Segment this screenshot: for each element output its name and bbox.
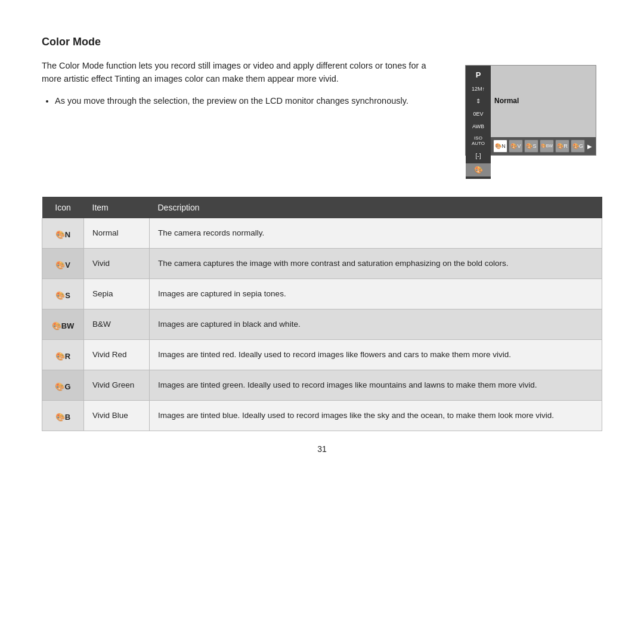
page-number: 31	[42, 444, 602, 454]
cam-mode-p: P	[466, 68, 491, 82]
cell-icon: 🎨BW	[42, 309, 84, 339]
cell-item: Vivid Green	[84, 370, 150, 400]
table-row: 🎨RVivid RedImages are tinted red. Ideall…	[42, 339, 602, 370]
cell-icon: 🎨S	[42, 278, 84, 309]
cam-normal-label: Normal	[491, 95, 596, 106]
cell-item: Vivid	[84, 248, 150, 278]
intro-text: The Color Mode function lets you record …	[42, 59, 441, 179]
table-row: 🎨GVivid GreenImages are tinted green. Id…	[42, 370, 602, 400]
table-row: 🎨BVivid BlueImages are tinted blue. Idea…	[42, 400, 602, 431]
col-header-item: Item	[84, 197, 150, 218]
page-container: Color Mode The Color Mode function lets …	[0, 0, 644, 478]
cam-icon-normal: 🎨N	[493, 140, 507, 153]
cam-bracket: [-]	[466, 150, 491, 162]
table-row: 🎨SSepiaImages are captured in sepia tone…	[42, 278, 602, 309]
cam-color-icons-row: 🎨N 🎨V 🎨S 🎨BW 🎨R 🎨G ▶	[491, 137, 596, 155]
cam-color-mode: 🎨	[466, 163, 491, 177]
cell-item: Normal	[84, 218, 150, 249]
cell-description: Images are tinted blue. Ideally used to …	[150, 400, 602, 431]
cam-icon-bw: 🎨BW	[540, 140, 554, 153]
cell-description: The camera records normally.	[150, 218, 602, 249]
table-row: 🎨BWB&WImages are captured in black and w…	[42, 309, 602, 339]
cell-description: The camera captures the image with more …	[150, 248, 602, 278]
cell-icon: 🎨B	[42, 400, 84, 431]
intro-paragraph-1: The Color Mode function lets you record …	[42, 59, 441, 86]
cell-item: Sepia	[84, 278, 150, 309]
cam-icon-vgreen: 🎨G	[571, 140, 585, 153]
cell-icon: 🎨G	[42, 370, 84, 400]
table-header-row: Icon Item Description	[42, 197, 602, 218]
camera-content-area: Normal 🎨N 🎨V 🎨S 🎨BW 🎨R 🎨G ▶	[491, 66, 596, 155]
camera-screen: P 12M↑ ⇕ 0EV AWB ISOAUTO [-] 🎨 Normal 🎨N	[465, 65, 596, 156]
cell-description: Images are captured in sepia tones.	[150, 278, 602, 309]
page-title: Color Mode	[42, 36, 602, 48]
color-mode-table: Icon Item Description 🎨NNormalThe camera…	[42, 197, 602, 431]
cell-description: Images are tinted red. Ideally used to r…	[150, 339, 602, 370]
camera-ui-diagram: P 12M↑ ⇕ 0EV AWB ISOAUTO [-] 🎨 Normal 🎨N	[465, 65, 602, 179]
table-row: 🎨VVividThe camera captures the image wit…	[42, 248, 602, 278]
intro-bullet-1: As you move through the selection, the p…	[55, 94, 441, 107]
cam-flash: ⇕	[466, 95, 491, 107]
cam-ev: 0EV	[466, 109, 491, 120]
cam-icon-sepia: 🎨S	[524, 140, 538, 153]
intro-section: The Color Mode function lets you record …	[42, 59, 602, 179]
cam-scroll-arrow: ▶	[587, 143, 592, 150]
camera-sidebar: P 12M↑ ⇕ 0EV AWB ISOAUTO [-] 🎨	[466, 66, 491, 179]
col-header-icon: Icon	[42, 197, 84, 218]
col-header-description: Description	[150, 197, 602, 218]
cam-icon-vivid: 🎨V	[509, 140, 523, 153]
cell-item: Vivid Blue	[84, 400, 150, 431]
cell-description: Images are tinted green. Ideally used to…	[150, 370, 602, 400]
cell-description: Images are captured in black and white.	[150, 309, 602, 339]
cell-icon: 🎨V	[42, 248, 84, 278]
cell-icon: 🎨N	[42, 218, 84, 249]
cam-wb: AWB	[466, 121, 491, 132]
table-row: 🎨NNormalThe camera records normally.	[42, 218, 602, 249]
cam-resolution: 12M↑	[466, 83, 491, 95]
cell-icon: 🎨R	[42, 339, 84, 370]
cell-item: B&W	[84, 309, 150, 339]
cam-icon-vred: 🎨R	[555, 140, 569, 153]
cell-item: Vivid Red	[84, 339, 150, 370]
cam-iso: ISOAUTO	[466, 134, 491, 149]
